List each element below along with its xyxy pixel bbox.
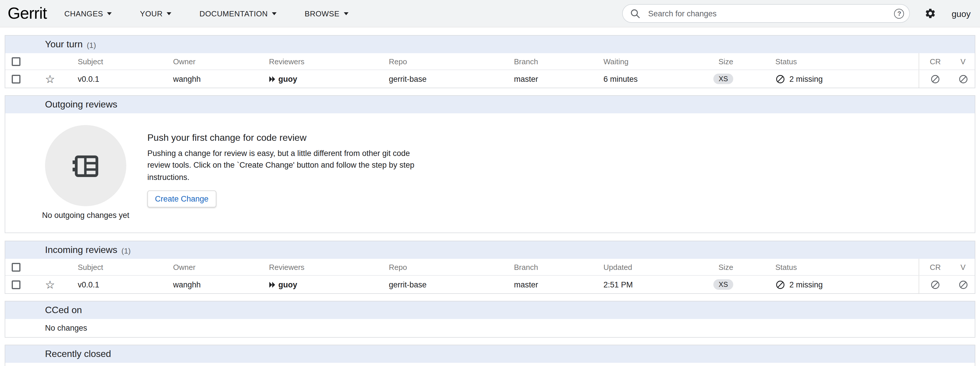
change-branch: master [514,70,603,88]
col-repo: Repo [389,259,514,275]
nav-documentation[interactable]: DOCUMENTATION [199,9,277,18]
col-cr: CR [919,259,951,275]
section-title: Outgoing reviews [45,99,117,110]
chevron-down-icon [344,12,348,15]
col-size: Size [691,53,745,70]
col-v: V [951,259,975,275]
section-title: Incoming reviews [45,245,117,255]
block-icon [775,280,785,290]
star-icon[interactable]: ☆ [45,279,55,290]
section-incoming: Incoming reviews (1) Subject Owner Revie… [5,241,975,294]
size-chip: XS [713,74,733,84]
block-icon [930,74,940,84]
col-repo: Repo [389,53,514,70]
size-chip: XS [713,279,733,290]
empty-state-circle [45,125,126,206]
your-turn-column-headers: Subject Owner Reviewers Repo Branch Wait… [5,53,975,70]
col-owner: Owner [173,53,269,70]
account-menu[interactable]: guoy [951,8,970,18]
section-count: (1) [87,40,96,49]
section-cced: CCed on No changes [5,301,975,337]
chevron-down-icon [167,12,171,15]
chevron-down-icon [107,12,112,15]
col-waiting: Waiting [603,53,691,70]
col-subject: Subject [59,53,173,70]
cr-vote [919,276,951,293]
incoming-titlebar: Incoming reviews (1) [5,241,975,259]
search-icon [630,8,641,19]
col-reviewers: Reviewers [269,53,389,70]
gerrit-logo[interactable]: Gerrit [8,4,47,23]
reviewer-name: guoy [278,74,298,83]
create-change-button[interactable]: Create Change [147,190,216,208]
section-count: (1) [121,245,131,255]
status-text: 2 missing [789,74,823,83]
col-branch: Branch [514,53,603,70]
status-text: 2 missing [789,280,823,289]
change-subject[interactable]: v0.0.1 [59,70,173,88]
attention-icon [269,76,275,82]
nav-changes[interactable]: CHANGES [64,9,112,18]
section-title: Your turn [45,39,83,50]
change-updated: 2:51 PM [603,276,691,293]
dashboard-sections: Your turn (1) Subject Owner Reviewers Re… [0,35,980,366]
col-updated: Updated [603,259,691,275]
block-icon [775,74,785,84]
col-owner: Owner [173,259,269,275]
chevron-down-icon [272,12,277,15]
col-cr: CR [919,53,951,70]
change-status: 2 missing [745,70,919,88]
section-title: Recently closed [45,349,111,359]
outgoing-empty-state: No outgoing changes yet Push your first … [5,113,975,233]
change-repo: gerrit-base [389,276,514,293]
no-changes-text: No changes [5,319,975,337]
change-owner: wanghh [173,70,269,88]
nav-your[interactable]: YOUR [140,9,172,18]
block-icon [958,74,968,84]
settings-gear-icon[interactable] [925,8,936,19]
change-subject[interactable]: v0.0.1 [59,276,173,293]
col-status: Status [745,259,919,275]
change-branch: master [514,276,603,293]
section-recently-closed: Recently closed No changes [5,345,975,366]
no-changes-text: No changes [5,363,975,366]
nav-browse[interactable]: BROWSE [305,9,348,18]
star-icon[interactable]: ☆ [45,73,55,84]
row-checkbox[interactable] [12,280,21,289]
row-checkbox[interactable] [12,74,21,83]
verified-vote [951,70,975,88]
block-icon [930,280,940,290]
change-repo: gerrit-base [389,70,514,88]
app-header: Gerrit CHANGES YOUR DOCUMENTATION BROWSE [0,0,980,27]
incoming-column-headers: Subject Owner Reviewers Repo Branch Upda… [5,259,975,276]
cr-vote [919,70,951,88]
change-row[interactable]: ☆ v0.0.1 wanghh guoy gerrit-base master … [5,276,975,293]
empty-heading: Push your first change for code review [147,133,422,143]
cced-titlebar: CCed on [5,301,975,319]
select-all-checkbox[interactable] [12,57,21,66]
col-branch: Branch [514,259,603,275]
block-icon [958,280,968,290]
verified-vote [951,276,975,293]
change-waiting: 6 minutes [603,70,691,88]
col-reviewers: Reviewers [269,259,389,275]
section-outgoing: Outgoing reviews No outgoing [5,95,975,233]
outgoing-titlebar: Outgoing reviews [5,96,975,113]
change-icon [70,150,102,181]
reviewer-name: guoy [278,280,298,289]
attention-icon [269,281,275,288]
section-title: CCed on [45,305,82,315]
change-reviewers: guoy [269,276,389,293]
empty-body-text: Pushing a change for review is easy, but… [147,148,422,184]
col-status: Status [745,53,919,70]
change-owner: wanghh [173,276,269,293]
your-turn-titlebar: Your turn (1) [5,36,975,53]
section-your-turn: Your turn (1) Subject Owner Reviewers Re… [5,35,975,88]
gerrit-dashboard: Gerrit CHANGES YOUR DOCUMENTATION BROWSE [0,0,980,366]
search-input[interactable] [647,8,894,18]
search-bar: ? [622,4,910,23]
change-row[interactable]: ☆ v0.0.1 wanghh guoy gerrit-base master … [5,70,975,88]
help-icon[interactable]: ? [894,8,904,18]
select-all-checkbox[interactable] [12,263,21,271]
col-subject: Subject [59,259,173,275]
